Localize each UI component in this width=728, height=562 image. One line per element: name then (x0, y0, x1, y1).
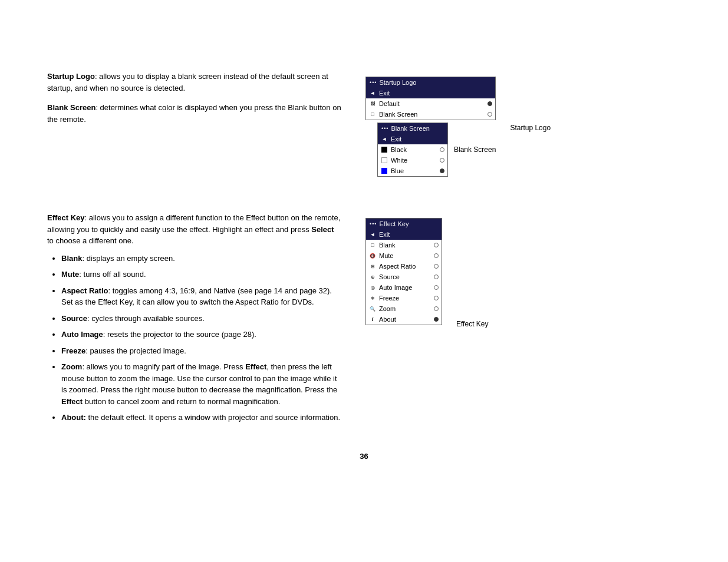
top-text: Startup Logo: allows you to display a bl… (47, 71, 342, 177)
effect-key-paragraph: Effect Key: allows you to assign a diffe… (47, 212, 342, 247)
effect-key-menu: ••• Effect Key ◄ Exit □ Blank 🔇 Mute (365, 218, 442, 325)
ek-about-row[interactable]: i About (366, 314, 442, 325)
blank-radio (487, 112, 493, 117)
startup-logo-menu: ••• Startup Logo ◄ Exit 🖼 Default □ (365, 77, 496, 120)
ek-zoom-radio (433, 306, 439, 311)
blank-screen-blue-row[interactable]: Blue (378, 166, 447, 176)
bullet-aspect: Aspect Ratio: toggles among 4:3, 16:9, a… (61, 285, 342, 308)
white-radio (439, 158, 445, 163)
blank-screen-dots: ••• (381, 125, 388, 131)
bottom-text: Effect Key: allows you to assign a diffe… (47, 212, 342, 428)
bullet-zoom-effect1: Effect (245, 362, 266, 371)
default-radio (487, 101, 493, 106)
ek-about-icon: i (368, 315, 377, 323)
startup-logo-dots: ••• (370, 80, 377, 85)
effect-key-list: Blank: displays an empty screen. Mute: t… (47, 253, 342, 424)
effect-key-menu-header: ••• Effect Key (366, 219, 442, 229)
ek-zoom-row[interactable]: 🔍 Zoom (366, 303, 442, 314)
ek-aspect-label: Aspect Ratio (379, 263, 431, 270)
bottom-section: Effect Key: allows you to assign a diffe… (47, 212, 681, 428)
ek-blank-radio (433, 243, 439, 247)
ek-freeze-label: Freeze (379, 295, 431, 302)
effect-key-menu-title: Effect Key (379, 220, 409, 227)
effect-key-section-label: Effect Key (456, 320, 488, 328)
ek-blank-row[interactable]: □ Blank (366, 240, 442, 250)
blank-screen-bold: Blank Screen (47, 103, 95, 112)
bullet-source-bold: Source (61, 314, 87, 323)
black-color-icon (380, 146, 388, 154)
blue-color-icon (380, 167, 388, 175)
select-bold: Select (311, 225, 334, 234)
ek-mute-radio (433, 253, 439, 258)
ek-mute-row[interactable]: 🔇 Mute (366, 250, 442, 261)
startup-logo-menu-title: Startup Logo (379, 79, 416, 86)
effect-key-bold: Effect Key (47, 213, 85, 222)
effect-key-dots: ••• (370, 221, 377, 227)
bullet-about-bold: About: (61, 413, 86, 422)
top-ui: ••• Startup Logo ◄ Exit 🖼 Default □ (365, 77, 551, 177)
bullet-zoom-effect2: Effect (61, 397, 83, 406)
blank-screen-menu-title: Blank Screen (391, 125, 429, 132)
bs-exit-label: Exit (391, 135, 445, 143)
ek-about-label: About (379, 316, 431, 323)
black-label: Black (391, 146, 437, 153)
ek-autoimage-radio (433, 285, 439, 290)
bullet-mute: Mute: turns off all sound. (61, 269, 342, 280)
bullet-freeze-bold: Freeze (61, 346, 85, 355)
blank-label: Blank Screen (379, 111, 485, 118)
page-number: 36 (47, 452, 681, 461)
ek-source-icon: ⊕ (368, 273, 377, 281)
ek-autoimage-icon: ◎ (368, 283, 377, 292)
startup-logo-default-row[interactable]: 🖼 Default (366, 98, 495, 109)
ek-about-radio (433, 317, 439, 322)
bullet-blank: Blank: displays an empty screen. (61, 253, 342, 265)
blank-screen-paragraph: Blank Screen: determines what color is d… (47, 102, 342, 125)
bs-exit-arrow-icon: ◄ (380, 135, 388, 143)
default-icon: 🖼 (368, 100, 377, 108)
startup-logo-section-label: Startup Logo (510, 124, 551, 132)
blank-screen-black-row[interactable]: Black (378, 144, 447, 155)
blank-screen-menu: ••• Blank Screen ◄ Exit Black (377, 123, 448, 177)
ek-freeze-icon: ❄ (368, 294, 377, 302)
ek-zoom-icon: 🔍 (368, 305, 377, 313)
blank-screen-white-row[interactable]: White (378, 155, 447, 166)
ek-aspect-row[interactable]: ⊟ Aspect Ratio (366, 261, 442, 272)
ek-freeze-row[interactable]: ❄ Freeze (366, 293, 442, 303)
ek-zoom-label: Zoom (379, 305, 431, 312)
default-label: Default (379, 100, 485, 107)
ek-aspect-icon: ⊟ (368, 262, 377, 270)
startup-logo-bold: Startup Logo (47, 72, 95, 81)
bullet-zoom: Zoom: allows you to magnify part of the … (61, 361, 342, 407)
blank-screen-menu-header: ••• Blank Screen (378, 123, 447, 134)
blue-radio (439, 168, 445, 173)
ek-exit-arrow-icon: ◄ (368, 230, 377, 239)
bullet-autoimage-bold: Auto Image (61, 330, 103, 339)
white-color-icon (380, 156, 388, 164)
ek-aspect-radio (433, 264, 439, 269)
startup-logo-menu-header: ••• Startup Logo (366, 77, 495, 88)
ek-source-row[interactable]: ⊕ Source (366, 272, 442, 282)
exit-arrow-icon: ◄ (368, 89, 377, 97)
startup-logo-exit-row[interactable]: ◄ Exit (366, 88, 495, 98)
bullet-aspect-bold: Aspect Ratio (61, 286, 108, 295)
ek-source-radio (433, 275, 439, 279)
bottom-ui: ••• Effect Key ◄ Exit □ Blank 🔇 Mute (365, 218, 488, 428)
startup-logo-blank-row[interactable]: □ Blank Screen (366, 109, 495, 120)
blank-icon: □ (368, 110, 377, 118)
bullet-source: Source: cycles through available sources… (61, 313, 342, 325)
ek-autoimage-label: Auto Image (379, 284, 431, 291)
bullet-zoom-bold: Zoom (61, 362, 82, 371)
top-section: Startup Logo: allows you to display a bl… (47, 71, 681, 177)
ek-mute-icon: 🔇 (368, 252, 377, 260)
black-radio (439, 147, 445, 152)
blue-label: Blue (391, 167, 437, 174)
ek-blank-label: Blank (379, 242, 431, 249)
ek-source-label: Source (379, 273, 431, 280)
ek-exit-row[interactable]: ◄ Exit (366, 229, 442, 240)
ek-autoimage-row[interactable]: ◎ Auto Image (366, 282, 442, 293)
startup-logo-paragraph: Startup Logo: allows you to display a bl… (47, 71, 342, 94)
ek-freeze-radio (433, 296, 439, 300)
bullet-freeze: Freeze: pauses the projected image. (61, 345, 342, 357)
blank-screen-exit-row[interactable]: ◄ Exit (378, 134, 447, 144)
blank-screen-section-label: Blank Screen (454, 146, 496, 154)
